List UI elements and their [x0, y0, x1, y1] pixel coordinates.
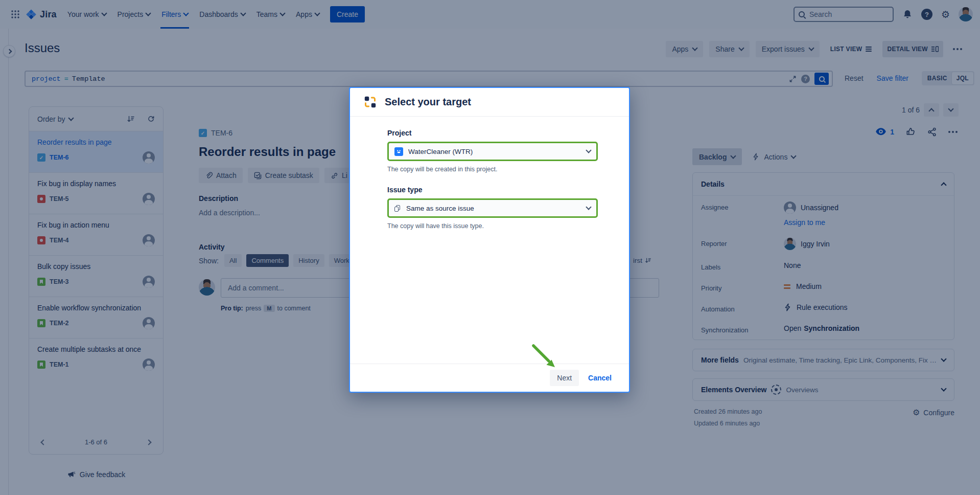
project-field-label: Project	[387, 129, 629, 137]
project-select-value: WaterCleaner (WTR)	[408, 148, 473, 155]
issue-type-field-label: Issue type	[387, 186, 629, 194]
chevron-down-icon	[586, 147, 591, 153]
dialog-body: Project WaterCleaner (WTR) The copy will…	[350, 117, 629, 230]
copy-app-icon	[363, 95, 377, 109]
next-button[interactable]: Next	[550, 370, 579, 386]
dialog-header: Select your target	[350, 88, 629, 117]
project-avatar-icon	[394, 147, 403, 156]
cancel-button[interactable]: Cancel	[582, 370, 618, 386]
issue-type-select-value: Same as source issue	[406, 205, 474, 212]
chevron-down-icon	[586, 204, 591, 210]
project-select[interactable]: WaterCleaner (WTR)	[387, 142, 598, 161]
project-help-text: The copy will be created in this project…	[387, 166, 629, 173]
copy-icon	[394, 205, 400, 212]
select-target-dialog: Select your target Project WaterCleaner …	[349, 87, 630, 393]
dialog-title: Select your target	[385, 96, 471, 108]
issue-type-help-text: The copy will have this issue type.	[387, 222, 629, 230]
issue-type-select[interactable]: Same as source issue	[387, 198, 598, 218]
dialog-footer: Next Cancel	[350, 364, 629, 392]
